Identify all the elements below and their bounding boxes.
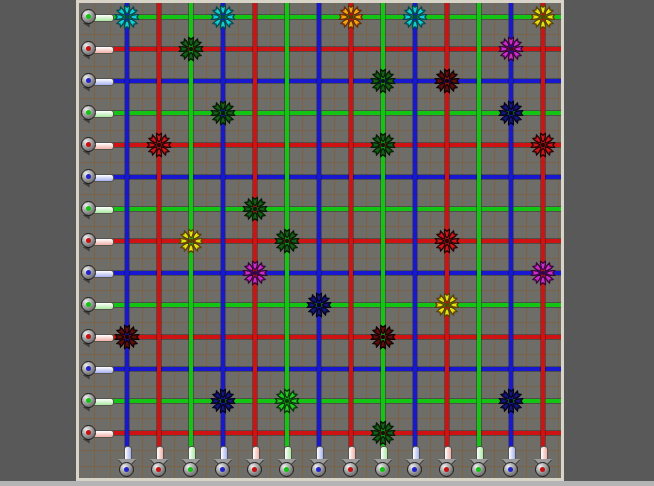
bottom-pin-col-11[interactable] bbox=[438, 446, 456, 478]
flower-icon bbox=[240, 258, 270, 288]
bottom-pin-col-2[interactable] bbox=[150, 446, 168, 478]
bottom-pin-col-13[interactable] bbox=[502, 446, 520, 478]
pin-color-dot bbox=[86, 398, 91, 403]
col-line-1-blue bbox=[125, 3, 129, 465]
flower-darkred-r11-c9 bbox=[368, 322, 398, 352]
bottom-pin-col-5[interactable] bbox=[246, 446, 264, 478]
flower-darkgreen-r8-c6 bbox=[272, 226, 302, 256]
left-pin-row-8[interactable] bbox=[81, 232, 113, 250]
row-line-6-blue bbox=[99, 175, 561, 179]
left-pin-row-12[interactable] bbox=[81, 360, 113, 378]
pin-color-dot bbox=[86, 110, 91, 115]
bottom-pin-col-14[interactable] bbox=[534, 446, 552, 478]
pin-color-dot bbox=[444, 467, 449, 472]
game-board[interactable] bbox=[79, 3, 561, 478]
pin-head-icon bbox=[81, 329, 96, 344]
pin-head-icon bbox=[81, 233, 96, 248]
pin-color-dot bbox=[86, 430, 91, 435]
pin-head-icon bbox=[407, 462, 422, 477]
row-line-9-blue bbox=[99, 271, 561, 275]
pin-color-dot bbox=[86, 334, 91, 339]
flower-icon bbox=[368, 418, 398, 448]
pin-color-dot bbox=[220, 467, 225, 472]
left-pin-row-1[interactable] bbox=[81, 8, 113, 26]
board-frame bbox=[76, 0, 564, 481]
pin-color-dot bbox=[540, 467, 545, 472]
pin-head-icon bbox=[81, 361, 96, 376]
flower-navy-r4-c13 bbox=[496, 98, 526, 128]
flower-navy-r10-c7 bbox=[304, 290, 334, 320]
pin-head-icon bbox=[81, 9, 96, 24]
bottom-pin-col-1[interactable] bbox=[118, 446, 136, 478]
bottom-pin-col-4[interactable] bbox=[214, 446, 232, 478]
flower-darkgreen-r2-c3 bbox=[176, 34, 206, 64]
flower-icon bbox=[400, 3, 430, 32]
bottom-pin-col-6[interactable] bbox=[278, 446, 296, 478]
left-pin-row-14[interactable] bbox=[81, 424, 113, 442]
flower-darkred-r11-c1 bbox=[112, 322, 142, 352]
row-line-2-red bbox=[99, 47, 561, 51]
row-line-3-blue bbox=[99, 79, 561, 83]
row-line-14-red bbox=[99, 431, 561, 435]
flower-yellow-r8-c3 bbox=[176, 226, 206, 256]
pin-color-dot bbox=[86, 366, 91, 371]
pin-color-dot bbox=[380, 467, 385, 472]
flower-orange-r1-c8 bbox=[336, 3, 366, 32]
pin-color-dot bbox=[86, 270, 91, 275]
pin-color-dot bbox=[316, 467, 321, 472]
pin-head-icon bbox=[471, 462, 486, 477]
flower-darkgreen-r4-c4 bbox=[208, 98, 238, 128]
pin-color-dot bbox=[188, 467, 193, 472]
flower-red-r8-c11 bbox=[432, 226, 462, 256]
pin-color-dot bbox=[86, 238, 91, 243]
flower-icon bbox=[528, 258, 558, 288]
left-pin-row-2[interactable] bbox=[81, 40, 113, 58]
flower-navy-r13-c13 bbox=[496, 386, 526, 416]
flower-icon bbox=[336, 3, 366, 32]
pin-head-icon bbox=[81, 425, 96, 440]
row-line-7-green bbox=[99, 207, 561, 211]
pin-head-icon bbox=[81, 137, 96, 152]
bottom-pin-col-3[interactable] bbox=[182, 446, 200, 478]
bottom-pin-col-10[interactable] bbox=[406, 446, 424, 478]
pin-head-icon bbox=[81, 297, 96, 312]
pin-head-icon bbox=[81, 105, 96, 120]
row-line-11-red bbox=[99, 335, 561, 339]
pin-color-dot bbox=[508, 467, 513, 472]
flower-darkred-r3-c11 bbox=[432, 66, 462, 96]
left-pin-row-5[interactable] bbox=[81, 136, 113, 154]
pin-color-dot bbox=[86, 14, 91, 19]
left-pin-row-3[interactable] bbox=[81, 72, 113, 90]
flower-cyan-r1-c1 bbox=[112, 3, 142, 32]
pin-head-icon bbox=[247, 462, 262, 477]
col-line-10-blue bbox=[413, 3, 417, 465]
flower-darkgreen-r7-c5 bbox=[240, 194, 270, 224]
window-bottom-edge bbox=[0, 481, 654, 486]
pin-color-dot bbox=[86, 174, 91, 179]
left-pin-row-13[interactable] bbox=[81, 392, 113, 410]
bottom-pin-col-12[interactable] bbox=[470, 446, 488, 478]
row-line-13-green bbox=[99, 399, 561, 403]
left-pin-row-11[interactable] bbox=[81, 328, 113, 346]
pin-head-icon bbox=[81, 169, 96, 184]
flower-darkgreen-r5-c9 bbox=[368, 130, 398, 160]
bottom-pin-col-8[interactable] bbox=[342, 446, 360, 478]
flower-red-r5-c14 bbox=[528, 130, 558, 160]
left-pin-row-10[interactable] bbox=[81, 296, 113, 314]
pin-head-icon bbox=[119, 462, 134, 477]
pin-head-icon bbox=[375, 462, 390, 477]
pin-color-dot bbox=[86, 302, 91, 307]
bottom-pin-col-9[interactable] bbox=[374, 446, 392, 478]
left-pin-row-4[interactable] bbox=[81, 104, 113, 122]
flower-navy-r13-c4 bbox=[208, 386, 238, 416]
flower-icon bbox=[176, 34, 206, 64]
left-pin-row-6[interactable] bbox=[81, 168, 113, 186]
flower-icon bbox=[528, 3, 558, 32]
bottom-pin-col-7[interactable] bbox=[310, 446, 328, 478]
pin-head-icon bbox=[151, 462, 166, 477]
pin-head-icon bbox=[81, 265, 96, 280]
pin-color-dot bbox=[476, 467, 481, 472]
left-pin-row-7[interactable] bbox=[81, 200, 113, 218]
left-pin-row-9[interactable] bbox=[81, 264, 113, 282]
flower-icon bbox=[496, 34, 526, 64]
